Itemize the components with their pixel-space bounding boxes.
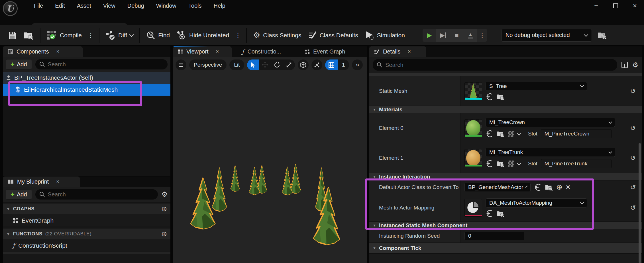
use-selected-icon[interactable] (486, 93, 493, 100)
browse-asset-icon[interactable] (496, 210, 504, 217)
lit-dropdown[interactable]: Lit (229, 59, 244, 70)
tab-my-blueprint[interactable]: My Blueprint × (3, 176, 80, 187)
construction-script-item[interactable]: ƒ ConstructionScript (3, 239, 170, 252)
material-preview-icon[interactable] (508, 161, 514, 167)
find-options-kebab-icon[interactable]: ⋮ (233, 32, 243, 39)
collapse-triangle-icon[interactable]: ▼ (373, 223, 376, 227)
reset-to-default-button[interactable]: ↺ (624, 113, 642, 143)
hide-unrelated-button[interactable]: Hide Unrelated (174, 29, 232, 42)
reset-to-default-button[interactable]: ↺ (624, 76, 642, 106)
save-button[interactable] (5, 29, 19, 42)
element1-thumbnail[interactable] (464, 149, 482, 167)
add-component-button[interactable]: + Add (6, 59, 32, 69)
material-preview-icon[interactable] (508, 131, 514, 137)
class-settings-button[interactable]: ⚙ Class Settings (250, 29, 304, 42)
eject-button[interactable]: ▲ (464, 29, 477, 42)
details-scrollbar[interactable] (639, 143, 641, 263)
static-mesh-combobox[interactable]: S_Tree (486, 82, 587, 91)
mesh-mapping-combobox[interactable]: DA_MeshToActorMapping (486, 198, 587, 207)
new-asset-plus-icon[interactable]: ⊕ (556, 183, 563, 192)
scale-tool-button[interactable] (283, 59, 295, 70)
my-blueprint-search[interactable] (35, 189, 158, 200)
collapse-triangle-icon[interactable]: ▼ (373, 246, 376, 250)
snap-settings-button[interactable] (311, 59, 322, 70)
debug-object-dropdown[interactable]: No debug object selected (501, 29, 592, 42)
display-options-icon[interactable] (621, 61, 628, 68)
tab-components[interactable]: Components × (3, 46, 83, 57)
material-options-chevron-icon[interactable] (517, 131, 521, 135)
seed-input[interactable] (464, 232, 524, 240)
tab-close-icon[interactable]: × (408, 49, 411, 55)
grid-snap-value[interactable]: 1 (338, 59, 349, 70)
menu-asset[interactable]: Asset (73, 0, 95, 11)
perspective-dropdown[interactable]: Perspective (189, 59, 227, 70)
browse-asset-icon[interactable] (545, 184, 553, 191)
rotate-tool-button[interactable] (271, 59, 283, 70)
use-selected-icon[interactable] (486, 160, 493, 167)
tab-viewport[interactable]: Viewport × (173, 46, 232, 57)
menu-debug[interactable]: Debug (123, 0, 148, 11)
find-button[interactable]: Find (143, 29, 173, 42)
collapse-triangle-icon[interactable]: ▼ (373, 175, 376, 179)
component-row-hism[interactable]: EiiHierarchicalInstancedStaticMesh (3, 84, 170, 96)
menu-edit[interactable]: Edit (51, 0, 69, 11)
compile-button[interactable]: Compile (44, 29, 85, 42)
ism-section-header[interactable]: ▼ Instanced Static Mesh Component (369, 222, 642, 229)
toolbar-overflow-button[interactable]: » (352, 59, 363, 70)
move-tool-button[interactable] (259, 59, 271, 70)
blueprint-settings-gear-icon[interactable]: ⚙ (161, 190, 168, 198)
collapse-triangle-icon[interactable]: ▼ (373, 108, 376, 112)
menu-window[interactable]: Window (152, 0, 180, 11)
tab-close-icon[interactable]: × (216, 49, 219, 55)
stop-button[interactable]: ■ (450, 29, 464, 42)
play-button[interactable]: ▶ (423, 29, 436, 42)
class-defaults-button[interactable]: Class Defaults (305, 29, 361, 42)
add-graph-icon[interactable]: ⊕ (161, 205, 167, 213)
viewport-scene[interactable] (173, 73, 367, 263)
my-blueprint-search-input[interactable] (48, 191, 154, 198)
menu-view[interactable]: View (99, 0, 119, 11)
mesh-mapping-thumbnail[interactable] (464, 199, 482, 217)
use-selected-icon[interactable] (486, 210, 493, 217)
tab-details[interactable]: Details × (369, 46, 426, 57)
maximize-button[interactable] (612, 2, 619, 10)
tab-event-graph[interactable]: Event Graph (300, 46, 351, 57)
browse-asset-icon[interactable] (496, 130, 504, 137)
menu-file[interactable]: File (30, 0, 47, 11)
frame-skip-button[interactable]: ▶ (436, 29, 450, 42)
element0-slot-input[interactable] (541, 129, 612, 138)
element1-combobox[interactable]: MI_TreeTrunk (486, 148, 615, 157)
functions-section-header[interactable]: ▼ FUNCTIONS (22 OVERRIDABLE) ⊕ (3, 229, 170, 239)
play-options-kebab-icon[interactable]: ⋮ (477, 29, 487, 42)
component-tick-section-header[interactable]: ▼ Component Tick (369, 243, 642, 254)
tab-close-icon[interactable]: × (56, 49, 59, 55)
use-selected-icon[interactable] (534, 184, 541, 191)
browse-asset-icon[interactable] (496, 160, 504, 167)
element0-thumbnail[interactable] (464, 119, 482, 137)
collapse-triangle-icon[interactable]: ▼ (6, 207, 10, 211)
default-actor-class-combobox[interactable]: BP_GenericMeshActor (464, 183, 531, 192)
components-search[interactable] (35, 59, 168, 69)
diff-button[interactable]: Diff (103, 29, 136, 42)
components-search-input[interactable] (48, 61, 164, 68)
static-mesh-thumbnail[interactable] (464, 82, 482, 100)
clear-value-x-icon[interactable]: × (566, 183, 570, 192)
minimize-button[interactable]: − (592, 2, 600, 10)
close-button[interactable]: × (631, 2, 639, 10)
materials-section-header[interactable]: ▼ Materials (369, 106, 642, 113)
debug-browse-button[interactable] (595, 29, 610, 42)
menu-tools[interactable]: Tools (184, 0, 206, 11)
graphs-section-header[interactable]: ▼ GRAPHS ⊕ (3, 204, 170, 214)
collapse-triangle-icon[interactable]: ▼ (6, 232, 10, 236)
event-graph-item[interactable]: EventGraph (3, 214, 170, 227)
details-search-input[interactable] (385, 62, 613, 68)
world-local-toggle-button[interactable] (298, 59, 309, 70)
instance-interaction-section-header[interactable]: ▼ Instance Interaction (369, 173, 642, 180)
compile-options-kebab-icon[interactable]: ⋮ (86, 32, 95, 39)
use-selected-icon[interactable] (486, 130, 493, 137)
details-search[interactable] (373, 59, 617, 71)
viewport-options-button[interactable] (176, 59, 186, 70)
menu-help[interactable]: Help (210, 0, 229, 11)
add-blueprint-item-button[interactable]: + Add (6, 189, 32, 200)
browse-content-button[interactable] (21, 29, 36, 42)
